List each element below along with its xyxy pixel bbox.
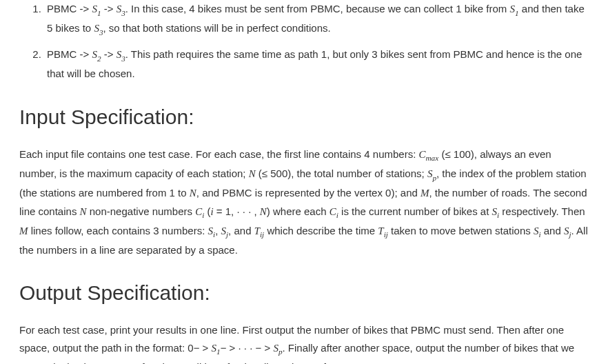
output-spec-heading: Output Specification: (19, 275, 589, 310)
example-list: PBMC -> S1 -> S3. In this case, 4 bikes … (19, 0, 589, 83)
input-spec-body: Each input file contains one test case. … (19, 145, 589, 259)
output-spec-body: For each test case, print your results i… (19, 321, 589, 364)
input-spec-heading: Input Specification: (19, 99, 589, 134)
list-item: PBMC -> S2 -> S3. This path requires the… (44, 46, 589, 83)
list-item: PBMC -> S1 -> S3. In this case, 4 bikes … (44, 0, 589, 39)
